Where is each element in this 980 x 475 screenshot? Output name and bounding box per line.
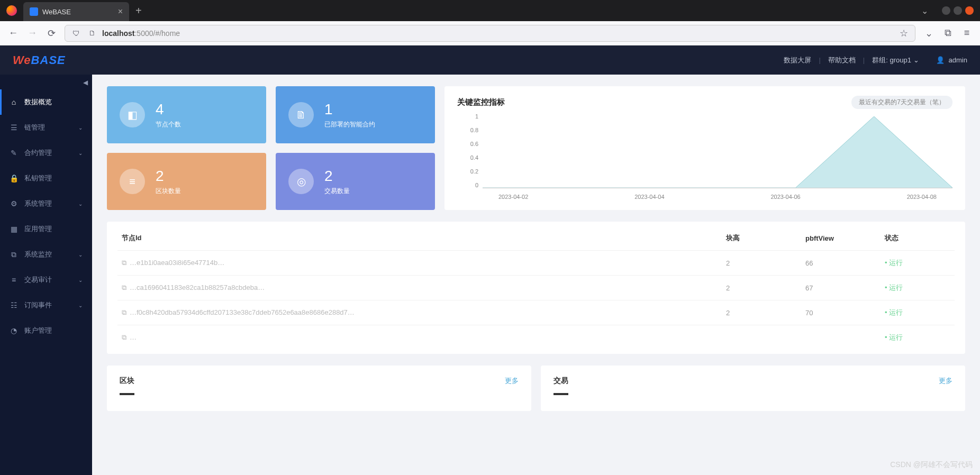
stat-label: 交易数量 [324,187,350,196]
sidebar: ◀ ⌂数据概览☰链管理⌄✎合约管理⌄🔒私钥管理⚙系统管理⌄▦应用管理⧉系统监控⌄… [0,75,92,475]
table-row: ⧉…f0c8h420dba57934d6cffd207133e38c7ddeb7… [117,300,955,325]
watermark: CSDN @阿雄不会写代码 [890,460,973,470]
chart-svg [483,116,952,188]
collapse-sidebar-icon[interactable]: ◀ [83,79,88,86]
menu-icon: ◔ [10,326,18,335]
minimize-button[interactable] [942,6,950,15]
menu-label: 合约管理 [24,148,52,158]
cell-status: 运行 [881,300,955,325]
sidebar-item-2[interactable]: ✎合约管理⌄ [0,140,92,166]
bookmark-icon[interactable]: ☆ [898,28,910,39]
sidebar-item-4[interactable]: ⚙系统管理⌄ [0,191,92,216]
menu-label: 订阅事件 [24,300,52,310]
menu-label: 账户管理 [24,326,52,335]
pocket-icon[interactable]: ⌄ [923,28,934,39]
stat-icon: ◧ [120,102,145,127]
blocks-card: 区块 更多 [107,366,531,411]
tab-close-icon[interactable]: × [118,7,123,16]
stat-card-3[interactable]: ◎2交易数量 [276,153,435,210]
close-window-button[interactable] [965,6,974,15]
cell-status: 运行 [881,325,955,350]
user-icon: 👤 [936,56,945,64]
blocks-more-link[interactable]: 更多 [505,376,519,386]
stat-icon: ◎ [288,169,314,194]
extension-icon[interactable]: ⧉ [942,28,954,39]
sidebar-item-9[interactable]: ◔账户管理 [0,318,92,343]
menu-label: 系统管理 [24,199,52,208]
shield-icon: 🛡 [70,29,82,38]
forward-button[interactable]: → [26,28,38,39]
th-pbft: pbftView [801,226,881,251]
table-row: ⧉…运行 [117,325,955,350]
titlebar: WeBASE × + ⌄ [0,0,980,21]
url-host: localhost [102,29,134,38]
username[interactable]: admin [949,56,967,64]
copy-icon[interactable]: ⧉ [122,308,126,316]
stat-value: 4 [156,101,181,118]
browser-chrome: WeBASE × + ⌄ ← → ⟳ 🛡 🗋 localhost:5000/#/… [0,0,980,45]
address-bar: ← → ⟳ 🛡 🗋 localhost:5000/#/home ☆ ⌄ ⧉ ≡ [0,21,980,45]
cell-nodeid[interactable]: ⧉…ca1696041183e82ca1b88257a8cbdeba… [117,276,722,300]
th-status: 状态 [881,226,955,251]
nodes-table-card: 节点Id 块高 pbftView 状态 ⧉…e1b1i0aea03i8i65e4… [107,222,965,354]
new-tab-button[interactable]: + [135,5,142,17]
menu-label: 应用管理 [24,224,52,234]
menu-icon[interactable]: ≡ [961,28,973,39]
sidebar-item-1[interactable]: ☰链管理⌄ [0,115,92,140]
copy-icon[interactable]: ⧉ [122,259,126,267]
menu-icon: ▦ [10,225,18,233]
chevron-down-icon: ⌄ [78,201,83,207]
url-input[interactable]: 🛡 🗋 localhost:5000/#/home ☆ [65,25,915,42]
th-nodeid: 节点Id [117,226,722,251]
tx-card: 交易 更多 [541,366,965,411]
menu-label: 链管理 [24,123,45,132]
chevron-down-icon[interactable]: ⌄ [921,6,928,16]
stat-value: 1 [324,101,375,118]
stat-value: 2 [156,168,181,185]
menu-icon: ☷ [10,301,18,309]
cell-nodeid[interactable]: ⧉… [117,325,722,350]
stat-icon: ≡ [120,169,145,194]
sidebar-item-5[interactable]: ▦应用管理 [0,216,92,242]
chart-tag[interactable]: 最近有交易的7天交易量（笔） [851,96,952,109]
data-screen-link[interactable]: 数据大屏 [784,56,811,65]
sidebar-item-0[interactable]: ⌂数据概览 [0,89,92,115]
back-button[interactable]: ← [7,28,19,39]
firefox-icon [6,5,17,16]
stat-card-1[interactable]: 🗎1已部署的智能合约 [276,86,435,143]
sidebar-item-7[interactable]: ≡交易审计⌄ [0,267,92,293]
url-path: :5000/#/home [134,29,180,38]
browser-tab[interactable]: WeBASE × [23,2,129,21]
chart-title: 关键监控指标 [457,97,505,107]
cell-nodeid[interactable]: ⧉…f0c8h420dba57934d6cffd207133e38c7ddeb7… [117,300,722,325]
menu-icon: ⚙ [10,199,18,208]
reload-button[interactable]: ⟳ [46,28,57,39]
cell-height: 2 [722,276,801,300]
tx-more-link[interactable]: 更多 [939,376,952,386]
cell-nodeid[interactable]: ⧉…e1b1i0aea03i8i65e47714b… [117,251,722,276]
maximize-button[interactable] [954,6,962,15]
stat-icon: 🗎 [288,102,314,127]
menu-icon: ⧉ [10,250,18,259]
stat-card-2[interactable]: ≡2区块数量 [107,153,266,210]
sidebar-item-6[interactable]: ⧉系统监控⌄ [0,242,92,267]
cell-height [722,325,801,350]
stat-card-0[interactable]: ◧4节点个数 [107,86,266,143]
cell-height: 2 [722,300,801,325]
stat-value: 2 [324,168,350,185]
sidebar-item-3[interactable]: 🔒私钥管理 [0,166,92,191]
group-selector[interactable]: 群组: group1 ⌄ [872,56,919,65]
chevron-down-icon: ⌄ [78,150,83,156]
menu-icon: ≡ [10,276,18,284]
help-doc-link[interactable]: 帮助文档 [828,56,856,65]
sidebar-item-8[interactable]: ☷订阅事件⌄ [0,293,92,318]
menu-icon: 🔒 [10,174,18,182]
copy-icon[interactable]: ⧉ [122,284,126,291]
tab-favicon-icon [30,7,38,16]
cell-height: 2 [722,251,801,276]
cell-status: 运行 [881,251,955,276]
chevron-down-icon: ⌄ [78,125,83,131]
menu-label: 交易审计 [24,275,52,285]
stat-label: 已部署的智能合约 [324,120,375,129]
copy-icon[interactable]: ⧉ [122,333,126,341]
